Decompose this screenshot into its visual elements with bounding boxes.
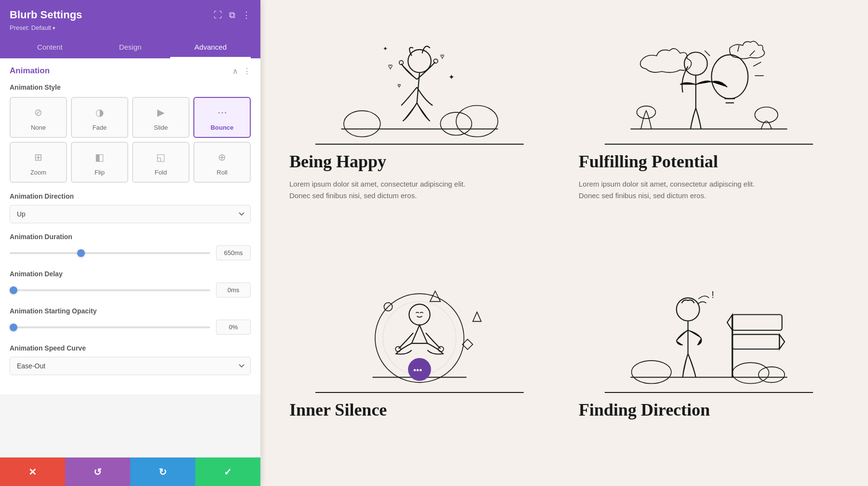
redo-button[interactable]: ↻ xyxy=(130,458,195,486)
tab-content[interactable]: Content xyxy=(10,37,90,58)
anim-fade-label: Fade xyxy=(93,124,107,131)
preset-label[interactable]: Preset: Default xyxy=(10,24,251,31)
delay-slider-row: 0ms xyxy=(10,283,251,297)
svg-line-22 xyxy=(750,51,755,56)
svg-rect-39 xyxy=(732,315,782,331)
expand-icon[interactable]: ⛶ xyxy=(214,10,222,20)
illustration-fulfilling-potential xyxy=(579,19,839,145)
anim-fade[interactable]: ◑ Fade xyxy=(71,97,128,138)
anim-roll[interactable]: ⊕ Roll xyxy=(193,142,251,183)
blurb-title-finding-direction: Finding Direction xyxy=(579,400,839,420)
blurb-desc-being-happy: Lorem ipsum dolor sit amet, consectetur … xyxy=(289,178,473,202)
tab-design[interactable]: Design xyxy=(90,37,171,58)
svg-point-44 xyxy=(759,367,785,383)
animation-speed-select[interactable]: Ease-Out Ease-In Linear Ease-In-Out Boun… xyxy=(10,357,251,375)
panel-header-top: Blurb Settings ⛶ ⧉ ⋮ xyxy=(10,9,251,21)
animation-style-label: Animation Style xyxy=(10,83,251,91)
animation-duration-group: Animation Duration 650ms xyxy=(10,233,251,260)
svg-point-45 xyxy=(677,298,700,321)
blurb-title-inner-silence: Inner Silence xyxy=(289,400,550,420)
svg-line-23 xyxy=(738,45,739,52)
svg-point-14 xyxy=(755,107,778,123)
svg-point-2 xyxy=(456,106,498,137)
svg-line-20 xyxy=(753,62,761,67)
duration-wrapper: 2 Animation Duration 650ms xyxy=(10,233,251,260)
animation-duration-value[interactable]: 650ms xyxy=(216,245,251,260)
blurb-inner-silence: ••• Inner Silence xyxy=(289,268,550,467)
animation-delay-value[interactable]: 0ms xyxy=(216,283,251,297)
animation-opacity-value[interactable]: 0% xyxy=(216,320,251,335)
svg-point-48 xyxy=(632,361,671,384)
animation-style-group: Animation Style ⊘ None ◑ Fade ▶ Slide xyxy=(10,83,251,183)
animation-speed-label: Animation Speed Curve xyxy=(10,344,251,352)
svg-point-17 xyxy=(711,55,748,99)
svg-point-31 xyxy=(409,304,430,325)
anim-fold[interactable]: ◱ Fold xyxy=(132,142,190,183)
cancel-button[interactable]: ✕ xyxy=(0,458,65,486)
blurb-image-being-happy: ♥ ♥ ♥ ✦ ✦ xyxy=(289,19,550,145)
opacity-slider-row: 0% xyxy=(10,320,251,335)
section-more-icon[interactable]: ⋮ xyxy=(243,67,251,76)
anim-bounce[interactable]: ⋯ Bounce xyxy=(193,97,251,138)
svg-text:!: ! xyxy=(711,289,714,300)
blurb-fulfilling-potential: Fulfilling Potential Lorem ipsum dolor s… xyxy=(579,19,839,248)
animation-duration-label: Animation Duration xyxy=(10,233,251,241)
svg-marker-42 xyxy=(779,335,785,349)
confirm-button[interactable]: ✓ xyxy=(195,458,260,486)
fade-icon: ◑ xyxy=(91,104,108,121)
anim-roll-label: Roll xyxy=(217,169,227,176)
tab-advanced[interactable]: Advanced xyxy=(170,37,251,58)
animation-delay-slider[interactable] xyxy=(10,289,210,291)
illustration-inner-silence: ••• xyxy=(289,268,550,393)
panel-header-icons: ⛶ ⧉ ⋮ xyxy=(214,10,251,20)
animation-direction-select[interactable]: Up Down Left Right Center xyxy=(10,205,251,223)
anim-fold-label: Fold xyxy=(155,169,167,176)
svg-text:✦: ✦ xyxy=(448,73,455,81)
svg-point-1 xyxy=(344,111,380,137)
more-icon[interactable]: ⋮ xyxy=(242,10,251,20)
section-title: Animation xyxy=(10,66,50,76)
animation-delay-label: Animation Delay xyxy=(10,270,251,278)
blurb-image-fulfilling-potential xyxy=(579,19,839,145)
animation-speed-group: Animation Speed Curve Ease-Out Ease-In L… xyxy=(10,344,251,375)
zoom-icon: ⊞ xyxy=(30,148,47,166)
direction-wrapper: 1 Animation Direction Up Down Left Right… xyxy=(10,192,251,223)
section-header-icons: ∧ ⋮ xyxy=(232,67,251,76)
anim-bounce-label: Bounce xyxy=(211,124,234,131)
panel-footer: ✕ ↺ ↻ ✓ xyxy=(0,457,260,486)
undo-button[interactable]: ↺ xyxy=(65,458,130,486)
canvas-area: ♥ ♥ ♥ ✦ ✦ Being Happy Lorem ipsum dolor … xyxy=(260,0,868,486)
none-icon: ⊘ xyxy=(30,104,47,121)
columns-icon[interactable]: ⧉ xyxy=(229,10,235,20)
blurb-finding-direction: ! Finding Direction xyxy=(579,268,839,467)
anim-zoom-label: Zoom xyxy=(30,169,46,176)
animation-duration-slider[interactable] xyxy=(10,252,210,254)
svg-line-24 xyxy=(705,51,710,56)
illustration-being-happy: ♥ ♥ ♥ ✦ ✦ xyxy=(289,19,550,145)
anim-none[interactable]: ⊘ None xyxy=(10,97,67,138)
animation-opacity-slider[interactable] xyxy=(10,326,210,328)
panel-title: Blurb Settings xyxy=(10,9,82,21)
blurb-being-happy: ♥ ♥ ♥ ✦ ✦ Being Happy Lorem ipsum dolor … xyxy=(289,19,550,248)
collapse-icon[interactable]: ∧ xyxy=(232,67,238,76)
blurb-title-being-happy: Being Happy xyxy=(289,151,550,172)
svg-point-33 xyxy=(438,347,444,352)
svg-point-6 xyxy=(434,59,438,63)
svg-text:♥: ♥ xyxy=(398,82,401,88)
illustration-finding-direction: ! xyxy=(579,268,839,393)
animation-style-grid: ⊘ None ◑ Fade ▶ Slide ⋯ xyxy=(10,97,251,183)
animation-direction-label: Animation Direction xyxy=(10,192,251,200)
panel-header: Blurb Settings ⛶ ⧉ ⋮ Preset: Default Con… xyxy=(0,0,260,58)
fold-icon: ◱ xyxy=(152,148,170,166)
blurb-image-inner-silence: ••• xyxy=(289,268,550,393)
anim-zoom[interactable]: ⊞ Zoom xyxy=(10,142,67,183)
anim-flip[interactable]: ◧ Flip xyxy=(71,142,128,183)
anim-none-label: None xyxy=(31,124,46,131)
svg-marker-29 xyxy=(473,312,481,322)
panel-body: Animation ∧ ⋮ Animation Style ⊘ None xyxy=(0,58,260,457)
flip-icon: ◧ xyxy=(91,148,108,166)
roll-icon: ⊕ xyxy=(214,148,231,166)
panel-tabs: Content Design Advanced xyxy=(10,37,251,58)
anim-slide[interactable]: ▶ Slide xyxy=(132,97,190,138)
svg-text:✦: ✦ xyxy=(383,45,388,52)
